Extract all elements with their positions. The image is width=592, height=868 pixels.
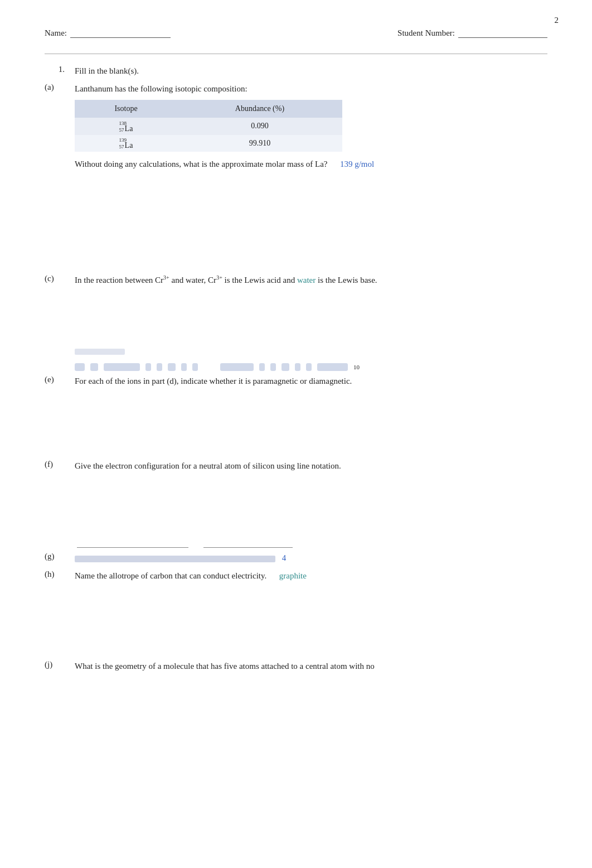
header-row: Name: Student Number: [45, 28, 547, 38]
orbital-blurred-row: 10 [75, 363, 547, 371]
header-divider [45, 54, 547, 54]
question-e-label: (e) [45, 374, 65, 388]
question-c-text-mid1: and water, Cr [169, 276, 216, 284]
question-c-text-before: In the reaction between Cr [75, 276, 163, 284]
blurred-d-area [75, 347, 547, 359]
isotope-la139: 139 57 La [75, 135, 177, 152]
question-g-content: 4 [75, 551, 547, 565]
student-label: Student Number: [397, 28, 455, 38]
question-a-content: Lanthanum has the following isotopic com… [75, 82, 547, 174]
page-number: 2 [555, 16, 559, 25]
spacer-after-f [45, 477, 547, 538]
question-h-text: Name the allotrope of carbon that can co… [75, 571, 266, 580]
question-f-row: (f) Give the electron configuration for … [45, 459, 547, 472]
cr-superscript-1: 3+ [163, 274, 169, 281]
isotope-la138: 138 57 La [75, 118, 177, 134]
cr-superscript-2: 3+ [216, 274, 222, 281]
question-1-number: 1. [45, 64, 65, 78]
molar-mass-answer: 139 g/mol [340, 160, 374, 168]
f-underline-2 [203, 540, 293, 548]
question-c-row: (c) In the reaction between Cr3+ and wat… [45, 273, 547, 287]
answer-water: water [297, 276, 316, 284]
spacer-after-a [45, 179, 547, 240]
spacer-before-d-area [45, 291, 547, 347]
question-g-label: (g) [45, 551, 65, 565]
student-number-input[interactable] [458, 28, 547, 38]
question-c-text-end: is the Lewis base. [316, 276, 377, 284]
table-row-la138: 138 57 La 0.090 [75, 118, 342, 134]
h-answer-graphite: graphite [279, 571, 307, 580]
g-answer-number: 4 [282, 553, 287, 562]
table-header-abundance: Abundance (%) [177, 100, 342, 118]
question-h-row: (h) Name the allotrope of carbon that ca… [45, 569, 547, 582]
question-a-text: Lanthanum has the following isotopic com… [75, 82, 547, 95]
question-h-label: (h) [45, 569, 65, 582]
question-h-content: Name the allotrope of carbon that can co… [75, 569, 547, 582]
question-e-row: (e) For each of the ions in part (d), in… [45, 374, 547, 388]
abundance-la139: 99.910 [177, 135, 342, 152]
question-1-text: Fill in the blank(s). [75, 64, 547, 78]
question-e-content: For each of the ions in part (d), indica… [75, 374, 547, 388]
name-field-group: Name: [45, 28, 171, 38]
spacer-after-h [45, 587, 547, 659]
student-number-group: Student Number: [397, 28, 547, 38]
question-a-row: (a) Lanthanum has the following isotopic… [45, 82, 547, 174]
spacer-after-e [45, 392, 547, 459]
f-answer-underlines [75, 538, 547, 548]
name-input[interactable] [70, 28, 171, 38]
question-1-row: 1. Fill in the blank(s). [45, 64, 547, 78]
question-a-label: (a) [45, 82, 65, 174]
question-f-content: Give the electron configuration for a ne… [75, 459, 547, 472]
spacer-before-c [45, 240, 547, 273]
f-underline-1 [77, 540, 188, 548]
table-row-la139: 139 57 La 99.910 [75, 135, 342, 152]
g-blurred-line [75, 556, 275, 562]
question-f-label: (f) [45, 459, 65, 472]
table-header-isotope: Isotope [75, 100, 177, 118]
question-j-row: (j) What is the geometry of a molecule t… [45, 659, 547, 673]
question-c-text-mid2: is the Lewis acid and [222, 276, 297, 284]
abundance-la138: 0.090 [177, 118, 342, 134]
question-c-content: In the reaction between Cr3+ and water, … [75, 273, 547, 287]
question-j-content: What is the geometry of a molecule that … [75, 659, 547, 673]
molar-mass-question: Without doing any calculations, what is … [75, 157, 547, 171]
question-j-label: (j) [45, 659, 65, 673]
isotope-table: Isotope Abundance (%) 138 57 La [75, 100, 342, 152]
question-g-row: (g) 4 [45, 551, 547, 565]
name-label: Name: [45, 28, 67, 38]
question-c-label: (c) [45, 273, 65, 287]
